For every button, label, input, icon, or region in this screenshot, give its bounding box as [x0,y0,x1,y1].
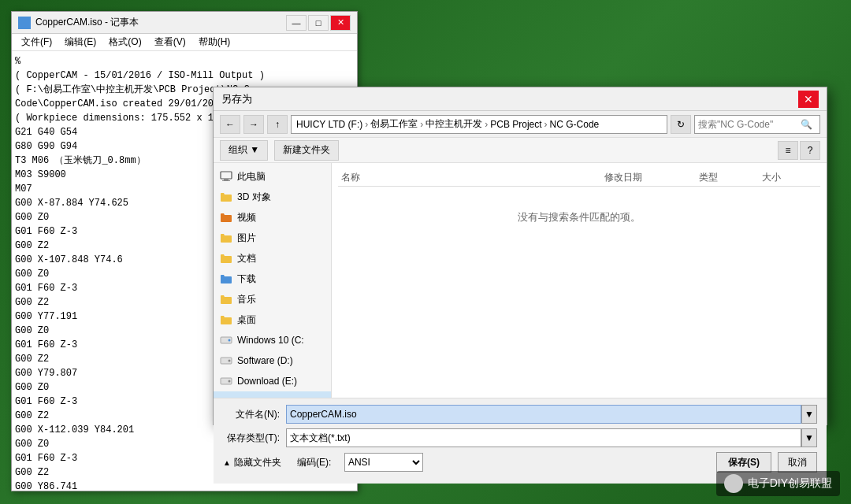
watermark-text: 电子DIY创易联盟 [748,476,832,491]
left-item-desktop-label: 桌面 [237,313,256,327]
col-size: 大小 [762,171,817,184]
notepad-close-btn[interactable]: ✕ [330,15,351,31]
save-dialog: 另存为 ✕ ← → ↑ HUICY LTD (F:) › 创易工作室 › 中控主… [213,87,827,425]
left-item-pictures[interactable]: 图片 [214,228,331,248]
left-item-docs-label: 文档 [237,252,256,265]
left-item-drive-d-label: Software (D:) [237,355,293,366]
up-btn[interactable]: ↑ [267,115,288,134]
menu-view[interactable]: 查看(V) [148,34,192,50]
svg-rect-2 [222,180,230,181]
search-icon: 🔍 [801,119,812,130]
left-item-desktop[interactable]: 桌面 [214,309,331,330]
cancel-button[interactable]: 取消 [778,452,817,472]
video-folder-icon [220,212,232,223]
search-box: 🔍 [694,115,820,134]
breadcrumb-part-3[interactable]: 中控主机开发 [426,117,482,131]
left-item-drive-c[interactable]: Windows 10 (C: [214,330,331,350]
pictures-folder-icon [220,232,232,243]
notepad-app-icon [18,17,31,29]
menu-file[interactable]: 文件(F) [15,34,58,50]
filetype-dropdown-btn[interactable]: ▼ [801,428,817,447]
left-item-drive-f[interactable]: HUICY LTD (F:) [214,391,331,398]
view-mode-btn[interactable]: ≡ [778,141,798,160]
action-buttons: 保存(S) 取消 [716,452,817,472]
left-item-pc[interactable]: 此电脑 [214,166,331,187]
pc-icon [220,171,232,182]
breadcrumb-part-5[interactable]: NC G-Code [550,119,600,130]
address-bar: ← → ↑ HUICY LTD (F:) › 创易工作室 › 中控主机开发 › … [214,111,827,138]
empty-message: 没有与搜索条件匹配的项。 [338,210,820,224]
left-item-video[interactable]: 视频 [214,207,331,228]
left-item-video-label: 视频 [237,211,256,224]
drive-c-icon [220,335,232,346]
filetype-input [286,428,801,447]
breadcrumb-part-2[interactable]: 创易工作室 [370,117,418,131]
breadcrumb-part-1[interactable]: HUICY LTD (F:) [296,119,362,130]
left-item-drive-e-label: Download (E:) [237,376,297,387]
back-btn[interactable]: ← [220,115,240,134]
notepad-line: ( CopperCAM - 15/01/2016 / ISO-Mill Outp… [15,69,354,83]
menu-format[interactable]: 格式(O) [102,34,147,50]
left-item-3d[interactable]: 3D 对象 [214,187,331,207]
menu-help[interactable]: 帮助(H) [192,34,237,50]
search-input[interactable] [698,119,801,130]
left-pane: 此电脑 3D 对象 视频 图片 文档 下载 [214,163,332,398]
help-btn[interactable]: ? [800,141,820,160]
svg-point-6 [229,360,231,362]
organize-btn[interactable]: 组织 ▼ [220,140,268,161]
dialog-close-btn[interactable]: ✕ [798,91,819,108]
file-list-header: 名称 修改日期 类型 大小 [338,169,820,187]
watermark: 电子DIY创易联盟 [716,471,840,496]
left-item-docs[interactable]: 文档 [214,248,331,269]
forward-btn[interactable]: → [243,115,264,134]
notepad-win-controls: — □ ✕ [286,15,351,31]
hide-folders-toggle[interactable]: 隐藏文件夹 [234,456,281,469]
left-item-pc-label: 此电脑 [237,170,266,183]
toggle-row: ▲ 隐藏文件夹 [223,456,281,469]
notepad-titlebar: CopperCAM.iso - 记事本 — □ ✕ [12,12,357,34]
left-item-downloads-label: 下载 [237,272,256,286]
drive-f-icon [220,396,232,398]
toggle-icon: ▲ [223,458,231,467]
left-item-drive-e[interactable]: Download (E:) [214,371,331,391]
col-type: 类型 [699,171,762,184]
dialog-titlebar: 另存为 ✕ [214,87,827,111]
menu-edit[interactable]: 编辑(E) [58,34,102,50]
filename-dropdown-btn[interactable]: ▼ [801,405,817,424]
filetype-label: 保存类型(T): [223,432,286,445]
filename-input[interactable] [286,405,801,424]
dialog-body: 此电脑 3D 对象 视频 图片 文档 下载 [214,163,827,398]
new-folder-btn[interactable]: 新建文件夹 [274,140,339,161]
left-item-drive-d[interactable]: Software (D:) [214,350,331,371]
music-folder-icon [220,294,232,305]
form-actions-row: ▲ 隐藏文件夹 编码(E): ANSI UTF-8 Unicode 保存(S) … [223,452,817,472]
toolbar-row: 组织 ▼ 新建文件夹 ≡ ? [214,138,827,163]
filename-label: 文件名(N): [223,408,286,421]
svg-rect-1 [224,179,229,180]
folder-icon [220,191,232,202]
notepad-title: CopperCAM.iso - 记事本 [35,16,286,29]
notepad-line: % [15,54,354,69]
save-button[interactable]: 保存(S) [716,452,771,472]
notepad-maximize-btn[interactable]: □ [308,15,329,31]
left-item-music-label: 音乐 [237,293,256,306]
encode-label: 编码(E): [297,456,344,469]
drive-e-icon [220,376,232,387]
svg-point-4 [229,339,231,342]
dialog-title: 另存为 [221,92,798,106]
filename-row: 文件名(N): ▼ [223,405,817,424]
notepad-menubar: 文件(F) 编辑(E) 格式(O) 查看(V) 帮助(H) [12,34,357,51]
drive-d-icon [220,355,232,366]
breadcrumb-part-4[interactable]: PCB Project [490,119,541,130]
notepad-minimize-btn[interactable]: — [286,15,307,31]
breadcrumb-path: HUICY LTD (F:) › 创易工作室 › 中控主机开发 › PCB Pr… [291,115,667,134]
downloads-folder-icon [220,273,232,284]
filetype-row: 保存类型(T): ▼ [223,428,817,447]
encode-select[interactable]: ANSI UTF-8 Unicode [344,453,423,472]
refresh-btn[interactable]: ↻ [671,115,691,134]
left-item-music[interactable]: 音乐 [214,289,331,309]
desktop-folder-icon [220,314,232,325]
right-pane: 名称 修改日期 类型 大小 没有与搜索条件匹配的项。 [332,163,827,398]
dialog-win-controls: ✕ [798,91,819,108]
left-item-downloads[interactable]: 下载 [214,269,331,289]
